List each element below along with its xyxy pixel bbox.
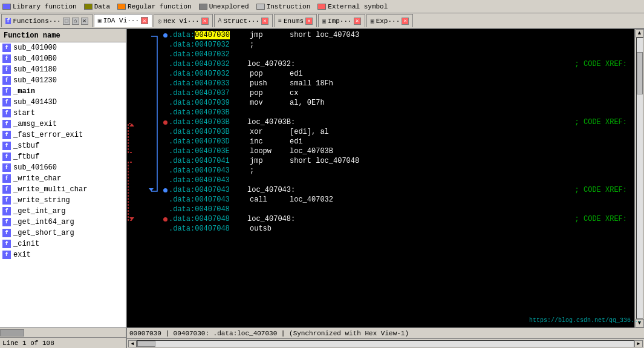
line-addr: .data:00407032 bbox=[169, 70, 247, 78]
function-item[interactable]: f_cinit bbox=[0, 238, 126, 249]
function-item[interactable]: f_amsg_exit bbox=[0, 119, 126, 130]
line-operand: edi bbox=[290, 137, 303, 146]
tab-functions[interactable]: f Functions··· □ ⌂ ✕ bbox=[1, 14, 93, 27]
function-item[interactable]: fexit bbox=[0, 249, 126, 260]
tab-ida-view-close[interactable]: ✕ bbox=[141, 17, 148, 24]
ida-line: .data:00407048 bbox=[161, 205, 634, 214]
func-icon: f bbox=[2, 218, 11, 226]
func-icon: f bbox=[2, 120, 11, 128]
functions-hscroll[interactable] bbox=[0, 327, 126, 337]
line-label: loc_40703B: bbox=[247, 118, 320, 126]
line-operand: al, 0E7h bbox=[290, 99, 325, 107]
function-item[interactable]: f_get_int_arg bbox=[0, 206, 126, 217]
tab-hex-view-close[interactable]: ✕ bbox=[201, 18, 209, 25]
func-icon: f bbox=[2, 131, 11, 139]
func-name: _write_multi_char bbox=[13, 185, 87, 194]
vscroll-up-btn[interactable]: ▲ bbox=[636, 29, 644, 38]
function-item[interactable]: f_ftbuf bbox=[0, 151, 126, 162]
ida-line: .data:00407043 bbox=[161, 176, 634, 185]
ida-line: .data:00407037popcx bbox=[161, 88, 634, 98]
line-mnemonic: pop bbox=[247, 70, 290, 78]
func-icon: f bbox=[2, 185, 11, 194]
line-comment: ; CODE XREF: bbox=[575, 60, 632, 68]
ida-vscroll[interactable]: ▲ ▼ bbox=[634, 29, 644, 327]
ida-statusbar: 00007030 | 00407030: .data:loc_407030 | … bbox=[127, 327, 644, 338]
tab-hex-view[interactable]: ◎ Hex Vi··· ✕ bbox=[154, 14, 212, 27]
tab-enums[interactable]: ≡ Enums ✕ bbox=[274, 14, 317, 27]
line-dot bbox=[163, 111, 168, 115]
tab-functions-close[interactable]: ✕ bbox=[81, 18, 88, 25]
hscroll-left-btn[interactable]: ◀ bbox=[128, 340, 137, 347]
line-addr: .data:00407043 bbox=[169, 166, 247, 175]
func-icon: f bbox=[2, 142, 11, 150]
tab-exports-close[interactable]: ✕ bbox=[402, 18, 409, 25]
function-item[interactable]: fsub_401660 bbox=[0, 162, 126, 173]
line-dot bbox=[163, 169, 168, 173]
function-item[interactable]: fsub_4010B0 bbox=[0, 53, 126, 64]
tab-ida-view-label: IDA Vi··· bbox=[103, 17, 139, 24]
function-item[interactable]: fstart bbox=[0, 108, 126, 119]
function-item[interactable]: f_get_int64_arg bbox=[0, 217, 126, 228]
function-item[interactable]: f_write_multi_char bbox=[0, 184, 126, 195]
ida-line: .data:00407032; bbox=[161, 40, 634, 50]
function-item[interactable]: fsub_401000 bbox=[0, 42, 126, 53]
line-addr: .data:00407032 bbox=[169, 60, 247, 68]
functions-list[interactable]: fsub_401000fsub_4010B0fsub_401180fsub_40… bbox=[0, 42, 126, 327]
hscroll-right-btn[interactable]: ▶ bbox=[634, 340, 643, 347]
legend-regular-label: Regular function bbox=[128, 3, 192, 10]
ida-line: .data:00407043; bbox=[161, 166, 634, 176]
function-item[interactable]: fsub_401180 bbox=[0, 64, 126, 75]
function-item[interactable]: f_write_char bbox=[0, 173, 126, 184]
function-item[interactable]: fsub_40143D bbox=[0, 97, 126, 108]
legend-instruction: Instruction bbox=[256, 3, 311, 10]
line-dot bbox=[163, 188, 168, 192]
function-item[interactable]: f_write_string bbox=[0, 195, 126, 206]
tab-structs[interactable]: A Struct··· ✕ bbox=[214, 14, 273, 27]
legend-library: Library function bbox=[2, 3, 77, 10]
line-label: loc_407043: bbox=[247, 186, 320, 194]
tab-imports-close[interactable]: ✕ bbox=[354, 18, 361, 25]
line-dot bbox=[163, 91, 168, 96]
hscroll-thumb[interactable] bbox=[137, 341, 155, 347]
line-mnemonic: jmp bbox=[247, 157, 290, 165]
tab-exports[interactable]: ▣ Exp··· ✕ bbox=[366, 14, 414, 27]
func-name: start bbox=[13, 109, 35, 117]
line-dot bbox=[163, 72, 168, 76]
function-item[interactable]: f_get_short_arg bbox=[0, 228, 126, 238]
tab-structs-icon: A bbox=[218, 18, 222, 24]
line-operand: short loc_407048 bbox=[290, 157, 359, 165]
ida-line: .data:00407032popedi bbox=[161, 69, 634, 79]
function-item[interactable]: f_fast_error_exit bbox=[0, 130, 126, 140]
tab-imports[interactable]: ▣ Imp··· ✕ bbox=[318, 14, 365, 27]
func-icon: f bbox=[2, 65, 11, 74]
ida-scroll-area[interactable]: .data:00407030jmpshort loc_407043.data:0… bbox=[127, 29, 634, 327]
hscroll-track[interactable] bbox=[0, 328, 126, 337]
tab-functions-label: Functions··· bbox=[13, 18, 60, 25]
vscroll-track[interactable] bbox=[636, 38, 643, 319]
vscroll-thumb[interactable] bbox=[637, 52, 643, 94]
ida-hscroll[interactable]: ◀ ▶ bbox=[127, 338, 644, 348]
legend-unexplored-icon bbox=[199, 4, 207, 10]
ida-content-row: .data:00407030jmpshort loc_407043.data:0… bbox=[127, 29, 644, 327]
ida-line: .data:0040703B bbox=[161, 108, 634, 117]
line-mnemonic: xor bbox=[247, 128, 290, 136]
tab-structs-close[interactable]: ✕ bbox=[261, 18, 268, 25]
hscroll-thumb[interactable] bbox=[0, 329, 24, 337]
function-item[interactable]: f_main bbox=[0, 86, 126, 97]
func-icon: f bbox=[2, 87, 11, 96]
hscroll-track[interactable] bbox=[137, 340, 634, 347]
tab-ida-view[interactable]: ▣ IDA Vi··· ✕ bbox=[94, 14, 152, 27]
func-name: _get_short_arg bbox=[13, 229, 74, 237]
function-name-header: Function name bbox=[0, 29, 126, 42]
func-name: exit bbox=[13, 251, 31, 259]
tab-functions-pin[interactable]: □ bbox=[63, 18, 70, 25]
function-item[interactable]: fsub_401230 bbox=[0, 75, 126, 86]
tab-functions-lock[interactable]: ⌂ bbox=[72, 18, 79, 25]
legend-data: Data bbox=[84, 3, 110, 10]
func-icon: f bbox=[2, 174, 11, 183]
line-operand: cx bbox=[290, 89, 298, 97]
function-item[interactable]: f_stbuf bbox=[0, 140, 126, 151]
line-operand: loc_407032 bbox=[290, 195, 333, 204]
tab-enums-close[interactable]: ✕ bbox=[305, 18, 313, 25]
line-addr: .data:00407043 bbox=[169, 176, 247, 185]
